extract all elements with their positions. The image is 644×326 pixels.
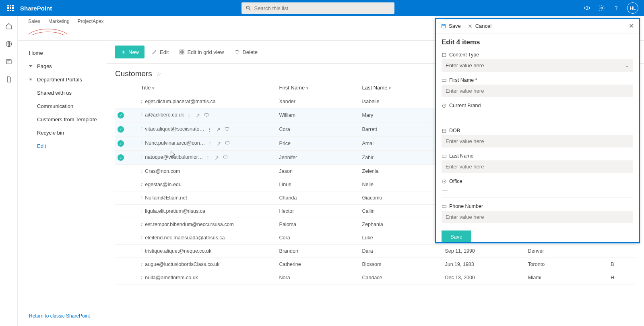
- col-header-first-name[interactable]: First Name▾: [277, 81, 360, 95]
- row-title[interactable]: est.tempor.bibendum@neccursusa.com: [145, 222, 233, 227]
- nav-edit-link[interactable]: Edit: [18, 139, 107, 153]
- cell-last: Zahir: [360, 151, 443, 165]
- row-title[interactable]: augue@luctuslobortisClass.co.uk: [145, 262, 219, 267]
- globe-icon[interactable]: [5, 40, 12, 48]
- cell-last: Dara: [360, 245, 443, 258]
- cell-last: Candace: [360, 271, 443, 284]
- table-row[interactable]: ⤴nulla@ametlorem.co.ukNoraCandaceDec 13,…: [115, 271, 636, 284]
- nav-pages[interactable]: Pages: [18, 60, 107, 73]
- nav-recycle-bin[interactable]: Recycle bin: [18, 126, 107, 139]
- row-comment-icon[interactable]: 🗨: [204, 112, 209, 118]
- cell-office: Denver: [525, 245, 608, 258]
- svg-rect-18: [442, 129, 446, 132]
- row-title[interactable]: vitae.aliquet@sociisnato…: [145, 126, 204, 132]
- files-icon[interactable]: [5, 76, 12, 83]
- phone-label: Phone Number: [449, 203, 483, 209]
- row-share-icon[interactable]: ↗: [217, 141, 221, 147]
- row-title[interactable]: tristique.aliquet@neque.co.uk: [145, 248, 211, 254]
- hub-tab-marketing[interactable]: Marketing: [48, 19, 70, 24]
- edit-command[interactable]: Edit: [149, 47, 172, 58]
- col-header-last-name[interactable]: Last Name▾: [360, 81, 443, 95]
- office-value[interactable]: —: [442, 186, 633, 198]
- phone-input[interactable]: [442, 211, 633, 223]
- link-indicator-icon: ⤴: [141, 262, 143, 266]
- delete-command[interactable]: Delete: [231, 47, 261, 58]
- row-selected-check-icon[interactable]: ✓: [118, 126, 124, 133]
- link-indicator-icon: ⤴: [141, 155, 143, 159]
- row-title[interactable]: Nunc.pulvinar.arcu@con…: [145, 140, 205, 146]
- cell-last: Barrett: [360, 123, 443, 137]
- suite-title: SharePoint: [20, 5, 52, 12]
- site-logo[interactable]: [26, 25, 70, 39]
- panel-save-button[interactable]: Save: [442, 230, 471, 243]
- row-more-icon[interactable]: ⋮: [186, 112, 192, 118]
- row-more-icon[interactable]: ⋮: [205, 155, 211, 161]
- row-more-icon[interactable]: ⋮: [207, 141, 213, 147]
- row-selected-check-icon[interactable]: ✓: [118, 112, 124, 118]
- row-title[interactable]: eget.dictum.placerat@mattis.ca: [145, 99, 215, 104]
- settings-icon[interactable]: [598, 4, 605, 12]
- row-share-icon[interactable]: ↗: [216, 127, 221, 133]
- save-icon: [441, 23, 446, 29]
- cell-dob: Jun 19, 1983: [442, 258, 525, 271]
- dob-label: DOB: [449, 128, 460, 133]
- search-input[interactable]: [254, 5, 390, 11]
- row-title[interactable]: a@aclibero.co.uk: [145, 112, 184, 118]
- hub-tab-sales[interactable]: Sales: [28, 19, 40, 24]
- svg-rect-8: [180, 50, 182, 52]
- row-comment-icon[interactable]: 🗨: [223, 155, 228, 161]
- cell-first: William: [277, 108, 360, 123]
- hub-tab-projectapex[interactable]: ProjectApex: [78, 19, 104, 24]
- new-label: New: [128, 49, 139, 55]
- row-title[interactable]: nulla@ametlorem.co.uk: [145, 275, 198, 280]
- row-comment-icon[interactable]: 🗨: [225, 141, 230, 147]
- app-launcher-button[interactable]: [3, 1, 18, 15]
- nav-communication[interactable]: Communication: [18, 100, 107, 113]
- row-share-icon[interactable]: ↗: [215, 155, 219, 161]
- close-icon: [467, 23, 473, 29]
- row-selected-check-icon[interactable]: ✓: [118, 154, 124, 161]
- chevron-down-icon: ⌄: [625, 62, 629, 69]
- row-more-icon[interactable]: ⋮: [207, 127, 212, 133]
- cell-last: Zephania: [360, 218, 443, 231]
- search-box[interactable]: [242, 2, 394, 14]
- return-classic-link[interactable]: Return to classic SharePoint: [18, 309, 107, 323]
- row-comment-icon[interactable]: 🗨: [225, 127, 230, 133]
- nav-home[interactable]: Home: [18, 46, 107, 60]
- row-share-icon[interactable]: ↗: [196, 112, 200, 118]
- nav-shared-with-us[interactable]: Shared with us: [18, 86, 107, 100]
- list-title: Customers: [115, 69, 152, 78]
- news-icon[interactable]: [5, 58, 12, 65]
- row-title[interactable]: natoque@vestibulumlor…: [145, 154, 203, 160]
- row-title[interactable]: ligula.elit.pretium@risus.ca: [145, 208, 205, 214]
- row-selected-check-icon[interactable]: ✓: [118, 140, 124, 147]
- table-row[interactable]: ⤴augue@luctuslobortisClass.co.ukCatherin…: [115, 258, 636, 271]
- cell-first: Cora: [277, 123, 360, 137]
- row-title[interactable]: egestas@in.edu: [145, 182, 182, 187]
- user-avatar[interactable]: HL: [627, 2, 638, 14]
- first-name-input[interactable]: [442, 85, 633, 97]
- new-button[interactable]: ＋ New: [115, 46, 144, 58]
- edit-grid-command[interactable]: Edit in grid view: [176, 47, 227, 58]
- panel-cancel-command[interactable]: Cancel: [467, 23, 491, 29]
- last-name-input[interactable]: [442, 160, 633, 173]
- dob-input[interactable]: [442, 135, 633, 147]
- cell-first: Jennifer: [277, 151, 360, 165]
- favorite-star-icon[interactable]: ☆: [156, 71, 161, 77]
- panel-close-button[interactable]: ✕: [629, 22, 634, 30]
- nav-customers-from-template[interactable]: Customers from Template: [18, 113, 107, 126]
- panel-save-command[interactable]: Save: [441, 23, 461, 29]
- megaphone-icon[interactable]: [584, 4, 591, 12]
- row-title[interactable]: Cras@non.com: [145, 168, 180, 174]
- col-header-title[interactable]: Title▾: [138, 81, 277, 95]
- nav-department-portals[interactable]: Department Portals: [18, 73, 107, 86]
- waffle-icon: [7, 5, 14, 11]
- table-row[interactable]: ⤴tristique.aliquet@neque.co.ukBrandonDar…: [115, 245, 636, 258]
- row-title[interactable]: eleifend.nec.malesuada@atrisus.ca: [145, 235, 225, 241]
- row-title[interactable]: Nullam@Etiam.net: [145, 195, 187, 201]
- help-icon[interactable]: [613, 4, 620, 12]
- link-indicator-icon: ⤴: [141, 183, 143, 187]
- current-brand-value[interactable]: —: [442, 110, 633, 122]
- content-type-select[interactable]: Enter value here ⌄: [442, 59, 633, 72]
- home-icon[interactable]: [5, 23, 12, 30]
